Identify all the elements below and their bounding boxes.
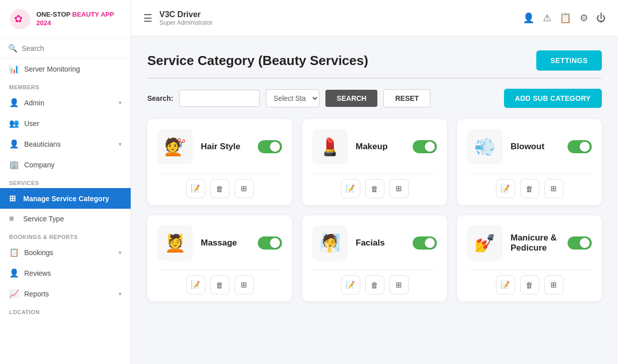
category-name-blowout: Blowout [511,142,559,152]
user-icon: 👥 [9,118,19,128]
edit-button-hair-style[interactable]: 📝 [186,179,205,198]
sidebar-item-label: Beauticians [24,140,61,148]
chevron-down-icon: ▾ [119,141,122,148]
card-actions-manicure-pedicure: 📝 🗑 ⊞ [467,270,592,294]
sidebar: ✿ ONE-STOP BEAUTY APP 2024 🔍 📊 Server Mo… [0,0,131,364]
add-sub-category-button[interactable]: ADD SUB CATEGORY [504,89,602,108]
topbar: ☰ V3C Driver Super Administrator 👤 ⚠ 📋 ⚙… [131,0,618,36]
sidebar-item-service-type[interactable]: ≡ Service Type [0,209,131,229]
user-profile-icon[interactable]: 👤 [523,12,535,24]
hierarchy-button-makeup[interactable]: ⊞ [389,179,409,198]
sidebar-item-label: Bookings [24,249,53,257]
hierarchy-button-massage[interactable]: ⊞ [235,275,254,294]
toggle-blowout[interactable] [568,140,592,153]
card-actions-hair-style: 📝 🗑 ⊞ [157,173,282,198]
settings-icon[interactable]: ⚙ [580,12,588,24]
category-card-massage: 💆 Massage 📝 🗑 ⊞ [147,215,292,301]
sidebar-item-label: Admin [24,99,44,107]
search-icon: 🔍 [8,44,18,53]
category-card-blowout: 💨 Blowout 📝 🗑 ⊞ [457,119,602,205]
reports-icon: 📈 [9,289,19,298]
category-name-manicure-pedicure: Manicure & Pedicure [511,233,559,253]
svg-text:✿: ✿ [14,13,23,24]
sidebar-item-user[interactable]: 👥 User [0,113,131,134]
sidebar-item-company[interactable]: 🏢 Company [0,154,131,175]
admin-icon: 👤 [9,98,19,107]
company-icon: 🏢 [9,160,19,169]
sidebar-item-server-monitoring[interactable]: 📊 Server Monitoring [0,58,131,79]
chevron-down-icon: ▾ [119,290,122,297]
edit-button-facials[interactable]: 📝 [341,275,360,294]
sidebar-item-admin[interactable]: 👤 Admin ▾ [0,92,131,113]
sidebar-item-beauticians[interactable]: 👤 Beauticians ▾ [0,134,131,154]
category-search-input[interactable] [179,90,260,107]
power-icon[interactable]: ⏻ [596,13,606,24]
edit-button-massage[interactable]: 📝 [186,275,205,294]
toggle-massage[interactable] [258,236,282,250]
alert-icon[interactable]: ⚠ [543,12,551,24]
search-label: Search: [147,94,173,102]
delete-button-blowout[interactable]: 🗑 [520,179,539,198]
search-input[interactable] [22,44,123,52]
card-top: 💄 Makeup [312,129,437,164]
sidebar-item-reports[interactable]: 📈 Reports ▾ [0,283,131,304]
driver-role: Super Administrator [159,19,516,26]
card-top: 💅 Manicure & Pedicure [467,225,592,261]
sidebar-item-label: User [24,119,39,128]
settings-button[interactable]: SETTINGS [536,50,602,71]
chevron-down-icon: ▾ [119,99,122,106]
hierarchy-button-facials[interactable]: ⊞ [389,275,409,294]
topbar-title: V3C Driver Super Administrator [159,10,516,26]
category-icon-makeup: 💄 [312,129,348,164]
reviews-icon: 👤 [9,268,19,278]
sidebar-item-label: Server Monitoring [24,65,80,73]
sidebar-item-label: Reviews [24,269,51,277]
sidebar-item-reviews[interactable]: 👤 Reviews [0,263,131,283]
document-icon[interactable]: 📋 [559,12,572,24]
menu-icon[interactable]: ☰ [143,12,152,24]
card-actions-makeup: 📝 🗑 ⊞ [312,173,437,198]
category-name-hair-style: Hair Style [201,142,250,152]
category-name-facials: Facials [356,238,405,248]
sidebar-search-container[interactable]: 🔍 [0,39,131,58]
main-content: ☰ V3C Driver Super Administrator 👤 ⚠ 📋 ⚙… [131,0,618,364]
sidebar-item-manage-service-category[interactable]: ⊞ Manage Service Category [0,188,131,209]
app-logo-icon: ✿ [9,8,31,30]
hierarchy-button-manicure-pedicure[interactable]: ⊞ [544,275,564,294]
category-card-facials: 🧖 Facials 📝 🗑 ⊞ [302,215,447,301]
category-icon-facials: 🧖 [312,225,348,261]
hierarchy-button-hair-style[interactable]: ⊞ [235,179,254,198]
category-card-makeup: 💄 Makeup 📝 🗑 ⊞ [302,119,447,205]
card-top: 💆 Massage [157,225,282,261]
edit-button-makeup[interactable]: 📝 [341,179,360,198]
edit-button-blowout[interactable]: 📝 [496,179,515,198]
delete-button-hair-style[interactable]: 🗑 [210,179,230,198]
sidebar-item-bookings[interactable]: 📋 Bookings ▾ [0,242,131,263]
chevron-down-icon: ▾ [119,249,122,256]
card-top: 💨 Blowout [467,129,592,164]
delete-button-makeup[interactable]: 🗑 [365,179,384,198]
category-card-manicure-pedicure: 💅 Manicure & Pedicure 📝 🗑 ⊞ [457,215,602,301]
hierarchy-button-blowout[interactable]: ⊞ [544,179,564,198]
delete-button-facials[interactable]: 🗑 [365,275,384,294]
search-bar: Search: Select Sta Active Inactive SEARC… [147,89,602,108]
reset-button[interactable]: RESET [383,89,430,107]
driver-name: V3C Driver [159,10,516,19]
card-actions-facials: 📝 🗑 ⊞ [312,270,437,294]
delete-button-massage[interactable]: 🗑 [210,275,230,294]
delete-button-manicure-pedicure[interactable]: 🗑 [520,275,539,294]
edit-button-manicure-pedicure[interactable]: 📝 [496,275,515,294]
toggle-hair-style[interactable] [258,140,282,153]
bookings-icon: 📋 [9,248,19,257]
search-button[interactable]: SEARCH [325,90,377,107]
status-select[interactable]: Select Sta Active Inactive [266,89,319,107]
sidebar-item-label: Manage Service Category [23,195,109,203]
card-actions-blowout: 📝 🗑 ⊞ [467,173,592,198]
category-icon-manicure-pedicure: 💅 [467,225,502,261]
toggle-facials[interactable] [413,236,437,250]
card-top: 💇 Hair Style [157,129,282,164]
toggle-manicure-pedicure[interactable] [568,236,592,250]
sidebar-logo: ✿ ONE-STOP BEAUTY APP 2024 [0,0,131,39]
sidebar-item-label: Reports [24,290,49,298]
toggle-makeup[interactable] [413,140,437,153]
